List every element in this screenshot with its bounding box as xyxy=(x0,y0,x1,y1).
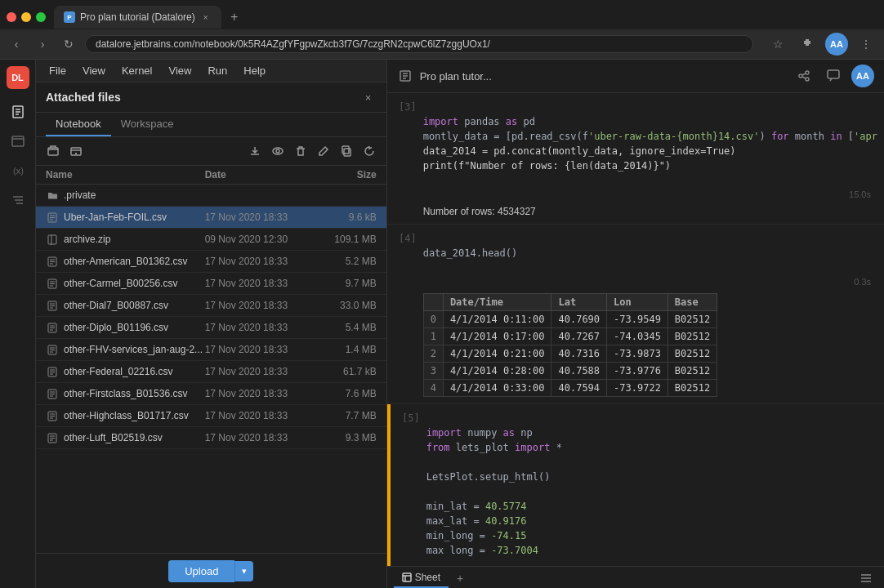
svg-point-65 xyxy=(806,78,809,81)
table-header: Lat xyxy=(551,294,607,311)
csv-icon xyxy=(46,277,59,290)
file-date: 17 Nov 2020 18:33 xyxy=(205,388,319,399)
cell-output-4: Date/Time Lat Lon Base 04/1/2014 0:11:00… xyxy=(423,293,877,397)
close-window-button[interactable] xyxy=(7,12,16,22)
add-folder-button[interactable] xyxy=(65,140,87,162)
browser-chrome: P Pro plan tutorial (Datalore) × + ‹ › ↻… xyxy=(0,0,884,60)
file-row[interactable]: other-Firstclass_B01536.csv 17 Nov 2020 … xyxy=(36,383,386,405)
tab-favicon: P xyxy=(64,11,75,23)
tab-close-button[interactable]: × xyxy=(200,11,212,23)
cell-content-5[interactable]: import numpy as np from lets_plot import… xyxy=(423,404,884,566)
file-row[interactable]: .private xyxy=(36,185,386,207)
file-row[interactable]: other-Federal_02216.csv 17 Nov 2020 18:3… xyxy=(36,361,386,383)
file-name: other-Luft_B02519.csv xyxy=(64,432,205,443)
menu-view[interactable]: View xyxy=(76,63,112,78)
preview-button[interactable] xyxy=(267,140,288,162)
browser-menu-button[interactable]: ⋮ xyxy=(855,33,877,56)
svg-point-64 xyxy=(799,74,802,78)
extensions-button[interactable] xyxy=(796,33,819,56)
notebook-settings-button[interactable] xyxy=(855,567,877,589)
table-row: 14/1/2014 0:17:0040.7267-74.0345B02512 xyxy=(423,328,717,345)
file-row[interactable]: other-Highclass_B01717.csv 17 Nov 2020 1… xyxy=(36,405,386,427)
file-row[interactable]: other-Diplo_B01196.csv 17 Nov 2020 18:33… xyxy=(36,317,386,339)
sheet-tab-label: Sheet xyxy=(415,572,440,583)
file-row[interactable]: other-Luft_B02519.csv 17 Nov 2020 18:33 … xyxy=(36,427,386,449)
col-date: Date xyxy=(205,169,319,180)
back-button[interactable]: ‹ xyxy=(7,34,26,54)
cell-timing-4: 0.3s xyxy=(423,275,877,287)
menu-view2[interactable]: View xyxy=(162,63,198,78)
file-date: 17 Nov 2020 18:33 xyxy=(205,432,319,443)
user-avatar[interactable]: AA xyxy=(825,33,848,56)
notebook-share-button[interactable] xyxy=(792,65,815,87)
file-row[interactable]: other-FHV-services_jan-aug-2... 17 Nov 2… xyxy=(36,339,386,361)
file-date: 17 Nov 2020 18:33 xyxy=(205,344,319,355)
csv-icon xyxy=(46,409,59,422)
file-date: 17 Nov 2020 18:33 xyxy=(205,410,319,421)
col-size: Size xyxy=(319,169,377,180)
file-date: 17 Nov 2020 18:33 xyxy=(205,300,319,311)
file-row[interactable]: other-Dial7_B00887.csv 17 Nov 2020 18:33… xyxy=(36,295,386,317)
zip-icon xyxy=(46,233,59,246)
download-button[interactable] xyxy=(244,140,266,162)
notebook-title: Pro plan tutor... xyxy=(420,70,492,82)
file-name: .private xyxy=(64,189,205,201)
upload-dropdown-button[interactable]: ▾ xyxy=(234,561,253,581)
refresh-files-button[interactable] xyxy=(359,140,380,162)
sidebar-icon-variables[interactable]: (x) xyxy=(5,158,31,184)
address-bar[interactable]: datalore.jetbrains.com/notebook/0k5R4AZg… xyxy=(85,35,753,53)
svg-rect-68 xyxy=(828,70,839,78)
upload-area: Upload ▾ xyxy=(36,553,386,588)
file-name: other-Federal_02216.csv xyxy=(64,366,205,377)
cell-content-3[interactable]: import pandas as pd montly_data = [pd.re… xyxy=(420,93,884,224)
notebook-chat-button[interactable] xyxy=(822,65,845,87)
edit-button[interactable] xyxy=(313,140,334,162)
svg-point-63 xyxy=(806,71,809,74)
bookmark-button[interactable]: ☆ xyxy=(766,33,789,56)
refresh-button[interactable]: ↻ xyxy=(59,34,78,54)
svg-rect-4 xyxy=(12,136,24,146)
tab-bar: P Pro plan tutorial (Datalore) × + xyxy=(0,0,884,29)
traffic-lights xyxy=(7,12,46,22)
cell-timing-3: 15.0s xyxy=(423,188,877,199)
new-tab-button[interactable]: + xyxy=(225,7,244,27)
menu-file[interactable]: File xyxy=(42,63,73,78)
forward-button[interactable]: › xyxy=(33,34,52,54)
sheet-tab[interactable]: Sheet xyxy=(394,568,449,588)
menu-bar: File View Kernel View Run Help xyxy=(36,60,386,82)
tab-notebook[interactable]: Notebook xyxy=(46,113,111,136)
upload-button[interactable]: Upload xyxy=(168,560,234,582)
copy-button[interactable] xyxy=(336,140,357,162)
csv-icon xyxy=(46,343,59,356)
panel-title: Attached files xyxy=(46,91,121,104)
sidebar-icon-outline[interactable] xyxy=(5,187,31,213)
add-sheet-button[interactable]: + xyxy=(452,570,468,586)
minimize-window-button[interactable] xyxy=(21,12,31,22)
menu-help[interactable]: Help xyxy=(237,63,272,78)
cell-output-3: Number of rows: 4534327 xyxy=(423,206,877,217)
svg-point-13 xyxy=(273,148,283,154)
maximize-window-button[interactable] xyxy=(36,12,46,22)
cell-number-3: [3] xyxy=(387,93,420,224)
svg-rect-15 xyxy=(344,149,350,156)
cell-content-4[interactable]: data_2014.head() 0.3s Date/Time Lat xyxy=(420,225,884,403)
notebook-header: Pro plan tutor... AA xyxy=(387,60,884,93)
menu-run[interactable]: Run xyxy=(201,63,234,78)
menu-kernel[interactable]: Kernel xyxy=(115,63,159,78)
tab-workspace[interactable]: Workspace xyxy=(111,113,184,136)
sidebar-icon-notebook[interactable] xyxy=(5,99,31,125)
panel-tabs: Notebook Workspace xyxy=(36,113,386,137)
notebook-header-right: AA xyxy=(792,65,874,87)
file-row[interactable]: other-American_B01362.csv 17 Nov 2020 18… xyxy=(36,251,386,273)
panel-close-button[interactable]: × xyxy=(360,89,377,105)
browser-toolbar-right: ☆ AA ⋮ xyxy=(766,33,877,56)
file-row[interactable]: Uber-Jan-Feb-FOIL.csv 17 Nov 2020 18:33 … xyxy=(36,207,386,229)
delete-button[interactable] xyxy=(290,140,311,162)
file-row[interactable]: archive.zip 09 Nov 2020 12:30 109.1 MB xyxy=(36,229,386,251)
table-header: Base xyxy=(667,294,717,311)
file-row[interactable]: other-Carmel_B00256.csv 17 Nov 2020 18:3… xyxy=(36,273,386,295)
new-folder-button[interactable] xyxy=(42,140,64,162)
csv-icon xyxy=(46,321,59,334)
browser-tab[interactable]: P Pro plan tutorial (Datalore) × xyxy=(54,6,221,29)
sidebar-icon-files[interactable] xyxy=(5,128,31,154)
